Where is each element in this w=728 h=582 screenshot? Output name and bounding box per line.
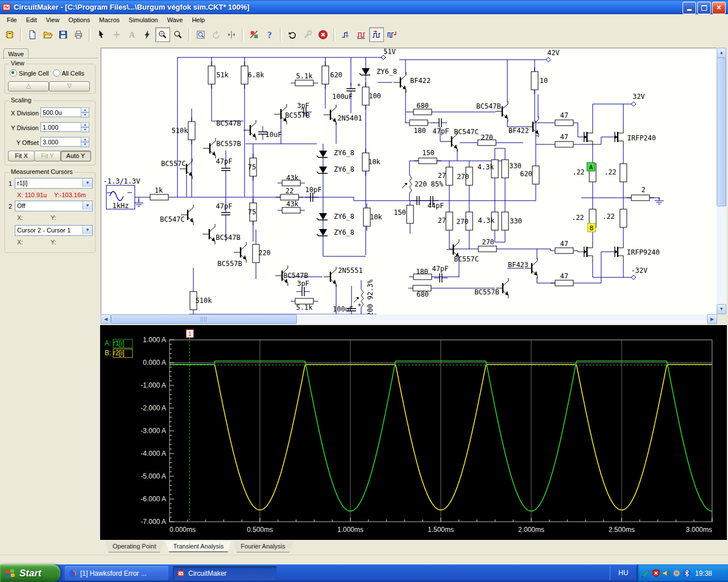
component-label[interactable]: BC547B	[476, 102, 500, 110]
component-label[interactable]: BC557B	[216, 140, 241, 148]
component-label[interactable]: 330	[510, 217, 522, 225]
radio-all-cells-icon[interactable]	[53, 69, 60, 77]
component-label[interactable]: BC547C	[160, 215, 184, 223]
component-label[interactable]: 47	[560, 240, 568, 248]
component-label[interactable]: IRFP240	[627, 134, 656, 142]
transient-plot[interactable]: 1.000 A0.000 A-1.000 A-2.000 A-3.000 A-4…	[100, 325, 727, 540]
component-label[interactable]: BC557C	[161, 160, 185, 168]
component-label[interactable]: 1k	[155, 186, 163, 194]
tab-transient-analysis[interactable]: Transient Analysis	[165, 541, 231, 552]
component-label[interactable]: BC547B	[216, 119, 241, 127]
scroll-right-icon[interactable]: ▶	[707, 314, 717, 324]
component-label[interactable]: 32V	[632, 93, 645, 101]
connection-icon[interactable]	[672, 569, 681, 577]
component-label[interactable]: 10	[540, 77, 548, 85]
help-button[interactable]: ?	[262, 27, 277, 42]
scroll-down-icon[interactable]: ▼	[717, 304, 726, 314]
component-label[interactable]: BF423	[508, 261, 528, 269]
x-division-input[interactable]	[40, 107, 82, 117]
fit-y-button[interactable]: Fit Y	[34, 151, 61, 161]
component-label[interactable]: 10k	[370, 213, 382, 221]
component-label[interactable]: ZY6_8	[334, 149, 354, 157]
menu-item-simulation[interactable]: Simulation	[124, 15, 162, 24]
component-label[interactable]: 5.1k	[296, 304, 313, 311]
cursor-diff-combo[interactable]: Cursor 2 - Cursor 1 ▼	[15, 225, 93, 236]
component-label[interactable]: 180	[413, 127, 426, 135]
component-label[interactable]: 43k	[286, 174, 299, 182]
delete-lightning-button[interactable]	[140, 27, 155, 42]
component-label[interactable]: 6.8k	[248, 71, 265, 79]
component-label[interactable]: BC557C	[454, 255, 478, 263]
radio-single-cell[interactable]: Single Cell	[10, 69, 49, 77]
component-label[interactable]: 22	[286, 187, 293, 195]
schematic-vscrollbar[interactable]: ▲ ▼	[717, 48, 726, 314]
component-label[interactable]: ZY6_8	[377, 68, 397, 76]
component-label[interactable]: 100uF	[333, 305, 353, 313]
component-label[interactable]: 620	[520, 170, 532, 178]
security-shield-icon[interactable]	[652, 569, 660, 577]
hscroll-thumb[interactable]	[111, 314, 297, 324]
component-label[interactable]: 270	[457, 173, 469, 181]
tab-fourier-analysis[interactable]: Fourier Analysis	[233, 541, 293, 552]
y-offset-spinner[interactable]: ▲▼	[81, 137, 89, 147]
component-label[interactable]: BF422	[508, 127, 529, 135]
cell-down-button[interactable]: ▽	[49, 81, 90, 92]
zoom-select-button[interactable]	[193, 27, 208, 42]
tab-operating-point[interactable]: Operating Point	[105, 541, 164, 552]
radio-single-cell-icon[interactable]	[10, 69, 17, 77]
cursor1-combo[interactable]: r1[i] ▼	[15, 178, 93, 189]
cursor2-combo[interactable]: Off ▼	[15, 201, 93, 211]
add-text-button[interactable]: A	[125, 27, 139, 42]
component-label[interactable]: BC557B	[217, 260, 242, 268]
component-label[interactable]: 100	[369, 92, 381, 100]
split-view-button[interactable]	[224, 27, 239, 42]
component-label[interactable]: .22	[602, 213, 615, 221]
component-label[interactable]: 47pF	[433, 127, 449, 135]
component-label[interactable]: 1kHz	[113, 202, 129, 210]
component-label[interactable]: 680	[416, 102, 429, 110]
component-label[interactable]: 44pF	[428, 202, 444, 210]
component-label[interactable]: 51V	[383, 48, 396, 56]
component-label[interactable]: 75	[248, 163, 256, 171]
component-label[interactable]: 47pF	[216, 157, 233, 165]
component-label[interactable]: 10k	[368, 158, 380, 166]
reset-simulation-button[interactable]	[285, 27, 300, 42]
component-label[interactable]: IRFP9240	[627, 248, 660, 256]
component-label[interactable]: 3pF	[297, 102, 309, 110]
task-button-circuitmaker[interactable]: CircuitMaker	[173, 566, 276, 580]
menu-item-file[interactable]: File	[2, 15, 22, 24]
close-button[interactable]: ✕	[712, 2, 726, 14]
component-label[interactable]: 270	[481, 134, 493, 142]
component-label[interactable]: 620	[330, 71, 342, 79]
scroll-left-icon[interactable]: ◀	[101, 314, 111, 324]
schematic-hscrollbar[interactable]: ◀ ▶	[101, 314, 717, 324]
component-label[interactable]: 3pF	[297, 280, 309, 288]
chevron-down-icon[interactable]: ▼	[82, 226, 92, 234]
scroll-up-icon[interactable]: ▲	[717, 48, 726, 58]
component-label[interactable]: ZY6_8	[334, 213, 354, 221]
component-label[interactable]: ZY6_8	[334, 228, 354, 236]
language-indicator[interactable]: HU	[610, 566, 637, 580]
component-label[interactable]: BC547B	[283, 272, 308, 280]
print-button[interactable]	[71, 27, 86, 42]
component-label[interactable]: 47	[560, 272, 568, 280]
component-label[interactable]: .22	[572, 214, 584, 222]
digital-options-button[interactable]	[384, 27, 399, 42]
component-label[interactable]: BC557B	[285, 111, 309, 119]
cell-up-button[interactable]: △	[8, 81, 49, 92]
component-label[interactable]: 100uF	[332, 93, 353, 101]
tab-wave[interactable]: Wave	[3, 48, 28, 60]
component-label[interactable]: 2N5551	[338, 267, 362, 275]
minimize-button[interactable]	[682, 2, 696, 14]
simulation-setup-button[interactable]	[247, 27, 262, 42]
component-label[interactable]: 2	[641, 186, 645, 194]
menu-item-help[interactable]: Help	[187, 15, 209, 24]
rotate-button[interactable]	[209, 27, 224, 42]
component-label[interactable]: 42V	[547, 49, 560, 57]
y-division-spinner[interactable]: ▲▼	[81, 122, 89, 132]
transient-scope-button[interactable]	[369, 27, 384, 42]
component-label[interactable]: 510k	[196, 297, 213, 305]
component-label[interactable]: 150	[394, 209, 406, 217]
component-label[interactable]: 330	[509, 162, 522, 170]
component-label[interactable]: 5.1k	[296, 72, 313, 80]
